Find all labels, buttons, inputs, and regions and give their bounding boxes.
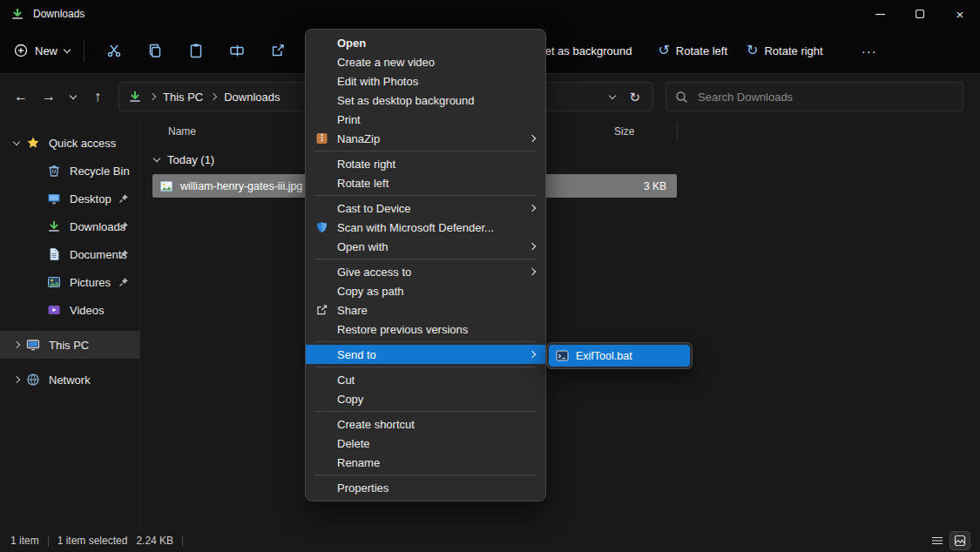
window-controls: × bbox=[860, 0, 980, 28]
sidebar-item-pictures[interactable]: Pictures bbox=[0, 268, 139, 296]
column-header-row: Name Size bbox=[140, 118, 980, 145]
recent-locations-button[interactable] bbox=[63, 82, 84, 111]
desktop-icon bbox=[47, 192, 61, 205]
menu-item-print[interactable]: Print bbox=[306, 110, 545, 129]
paste-icon bbox=[188, 43, 204, 58]
downloads-icon bbox=[47, 219, 61, 233]
address-dropdown-button[interactable] bbox=[609, 91, 616, 98]
details-view-icon bbox=[931, 535, 943, 547]
menu-item-nanazip[interactable]: NanaZip bbox=[306, 129, 545, 148]
menu-item-restore-previous-versions[interactable]: Restore previous versions bbox=[306, 320, 545, 339]
status-bar: 1 item 1 item selected 2.24 KB bbox=[0, 529, 980, 552]
sidebar-item-quick-access[interactable]: Quick access bbox=[0, 129, 139, 157]
status-divider bbox=[182, 535, 183, 547]
context-menu: Open Create a new video Edit with Photos… bbox=[305, 29, 546, 502]
sidebar-item-network[interactable]: Network bbox=[0, 366, 139, 394]
menu-item-copy[interactable]: Copy bbox=[306, 389, 545, 408]
menu-separator bbox=[314, 195, 537, 196]
chevron-right-icon bbox=[530, 136, 537, 141]
paste-button[interactable] bbox=[175, 34, 216, 67]
menu-item-share[interactable]: Share bbox=[306, 300, 545, 320]
toolbar-divider bbox=[84, 39, 84, 62]
selection-count: 1 item selected bbox=[57, 535, 128, 547]
maximize-icon bbox=[916, 10, 924, 18]
cut-button[interactable] bbox=[93, 34, 134, 67]
videos-icon bbox=[47, 303, 61, 317]
breadcrumb-this-pc[interactable]: This PC bbox=[163, 91, 203, 104]
maximize-button[interactable] bbox=[900, 0, 940, 28]
large-icons-view-button[interactable] bbox=[950, 532, 970, 549]
sidebar-spacer bbox=[0, 324, 139, 331]
sidebar-item-videos[interactable]: Videos bbox=[0, 296, 139, 324]
menu-separator bbox=[314, 367, 537, 367]
menu-item-cast-to-device[interactable]: Cast to Device bbox=[306, 199, 545, 218]
up-arrow-icon: ↑ bbox=[94, 89, 101, 104]
menu-item-create-a-new-video[interactable]: Create a new video bbox=[306, 52, 545, 71]
more-options-button[interactable]: ··· bbox=[862, 44, 877, 58]
menu-item-open[interactable]: Open bbox=[306, 33, 545, 52]
search-icon bbox=[675, 91, 688, 104]
details-view-button[interactable] bbox=[928, 532, 947, 549]
address-bar-controls: ↻ bbox=[610, 91, 644, 104]
menu-item-edit-with-photos[interactable]: Edit with Photos bbox=[306, 71, 545, 91]
share-button[interactable] bbox=[257, 34, 298, 67]
sidebar-item-recycle-bin[interactable]: Recycle Bin bbox=[0, 157, 139, 185]
rotate-right-icon: ↻ bbox=[747, 44, 758, 57]
chevron-down-icon bbox=[153, 155, 160, 162]
file-list: Name Size Today (1) william-henry-gates-… bbox=[140, 118, 980, 529]
search-box[interactable] bbox=[666, 82, 963, 111]
share-icon bbox=[270, 43, 286, 58]
menu-item-delete[interactable]: Delete bbox=[306, 434, 545, 453]
column-header-size[interactable]: Size bbox=[614, 125, 634, 138]
menu-item-rotate-left[interactable]: Rotate left bbox=[306, 173, 545, 192]
menu-item-set-as-desktop-background[interactable]: Set as desktop background bbox=[306, 91, 545, 110]
forward-arrow-icon: → bbox=[42, 89, 56, 104]
more-icon: ··· bbox=[862, 44, 877, 58]
sidebar-item-this-pc[interactable]: This PC bbox=[0, 331, 139, 359]
sidebar-item-desktop[interactable]: Desktop bbox=[0, 185, 139, 212]
pin-icon bbox=[118, 249, 129, 259]
search-input[interactable] bbox=[696, 90, 954, 104]
refresh-button[interactable]: ↻ bbox=[629, 91, 640, 104]
nanazip-icon bbox=[315, 132, 328, 145]
minimize-button[interactable] bbox=[860, 0, 900, 28]
menu-item-rename[interactable]: Rename bbox=[306, 453, 545, 472]
set-as-background-button[interactable]: Set as background bbox=[537, 44, 632, 57]
sidebar-item-downloads[interactable]: Downloads bbox=[0, 212, 139, 240]
file-name: william-henry-gates-iii.jpg bbox=[180, 180, 302, 192]
menu-item-properties[interactable]: Properties bbox=[306, 478, 545, 497]
rotate-left-icon: ↺ bbox=[658, 44, 669, 57]
file-explorer-window: Downloads × New bbox=[0, 0, 980, 552]
chevron-down-icon bbox=[70, 91, 77, 98]
title-bar: Downloads × bbox=[0, 0, 980, 28]
menu-separator bbox=[314, 411, 537, 412]
back-button[interactable]: ← bbox=[7, 82, 35, 111]
group-header-today[interactable]: Today (1) bbox=[154, 153, 980, 166]
breadcrumb-downloads[interactable]: Downloads bbox=[224, 91, 280, 104]
rotate-left-button[interactable]: ↺ Rotate left bbox=[658, 44, 727, 57]
menu-item-send-to[interactable]: Send to bbox=[306, 345, 545, 364]
menu-separator bbox=[314, 341, 537, 342]
forward-button[interactable]: → bbox=[35, 82, 63, 111]
menu-item-rotate-right[interactable]: Rotate right bbox=[306, 154, 545, 173]
chevron-right-icon bbox=[149, 93, 156, 100]
menu-item-create-shortcut[interactable]: Create shortcut bbox=[306, 414, 545, 434]
menu-item-open-with[interactable]: Open with bbox=[306, 237, 545, 256]
up-button[interactable]: ↑ bbox=[84, 82, 112, 111]
sidebar-item-documents[interactable]: Documents bbox=[0, 240, 139, 268]
set-as-background-label: Set as background bbox=[537, 44, 632, 57]
menu-item-copy-as-path[interactable]: Copy as path bbox=[306, 281, 545, 300]
close-button[interactable]: × bbox=[940, 0, 980, 28]
rename-button[interactable] bbox=[216, 34, 257, 67]
menu-item-give-access-to[interactable]: Give access to bbox=[306, 262, 545, 281]
menu-item-cut[interactable]: Cut bbox=[306, 370, 545, 389]
column-header-name[interactable]: Name bbox=[168, 125, 196, 138]
menu-item-scan-with-defender[interactable]: Scan with Microsoft Defender... bbox=[306, 218, 545, 237]
rotate-right-button[interactable]: ↻ Rotate right bbox=[747, 44, 823, 57]
submenu-item-exiftool[interactable]: ExifTool.bat bbox=[549, 345, 690, 367]
copy-button[interactable] bbox=[134, 34, 175, 67]
document-icon bbox=[47, 247, 61, 261]
chevron-down-icon bbox=[7, 142, 26, 145]
new-button[interactable]: New bbox=[14, 44, 70, 57]
column-separator[interactable] bbox=[677, 123, 678, 140]
